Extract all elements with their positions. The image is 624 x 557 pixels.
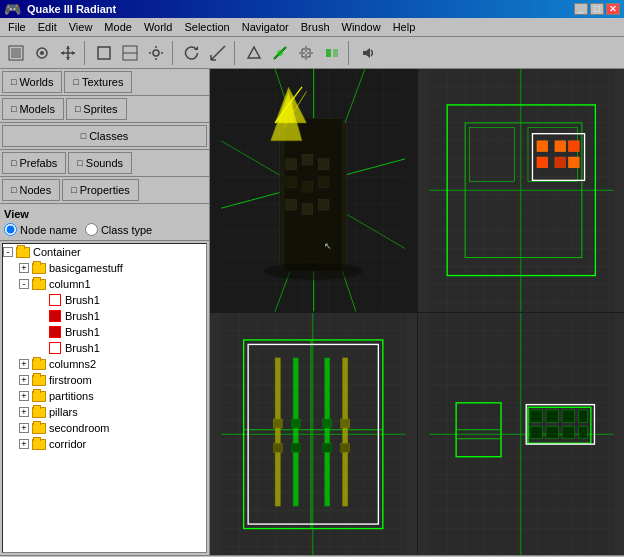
expand-partitions[interactable]: + <box>19 391 29 401</box>
folder-icon-partitions <box>31 389 47 403</box>
tree-item-brush1-3[interactable]: Brush1 <box>3 324 206 340</box>
svg-point-3 <box>40 51 44 55</box>
viewport-bottom-right[interactable] <box>418 313 625 556</box>
tree-view[interactable]: - Container + basicgamestuff - <box>2 243 207 553</box>
tool-snap[interactable] <box>294 41 318 65</box>
tab-nodes[interactable]: □ Nodes <box>2 179 60 201</box>
svg-rect-90 <box>568 141 579 152</box>
expand-basicgamestuff[interactable]: + <box>19 263 29 273</box>
close-button[interactable]: ✕ <box>606 3 620 15</box>
menu-navigator[interactable]: Navigator <box>236 19 295 35</box>
app-title: Quake III Radiant <box>27 3 116 15</box>
tab-row-1: □ Worlds □ Textures <box>0 69 209 96</box>
menu-help[interactable]: Help <box>387 19 422 35</box>
tree-item-corridor[interactable]: + corridor <box>3 436 206 452</box>
tab-classes[interactable]: □ Classes <box>2 125 207 147</box>
tool-vertex[interactable] <box>242 41 266 65</box>
menu-world[interactable]: World <box>138 19 179 35</box>
tree-item-columns2[interactable]: + columns2 <box>3 356 206 372</box>
tree-item-firstroom[interactable]: + firstroom <box>3 372 206 388</box>
minimize-button[interactable]: _ <box>574 3 588 15</box>
svg-rect-47 <box>286 159 297 170</box>
menu-file[interactable]: File <box>2 19 32 35</box>
tool-select[interactable] <box>4 41 28 65</box>
tool-scale[interactable] <box>206 41 230 65</box>
viewport-top-right[interactable] <box>418 69 625 312</box>
svg-rect-128 <box>273 418 282 427</box>
viewport-3d[interactable]: ↖ <box>210 69 417 312</box>
svg-rect-168 <box>578 410 587 423</box>
view-section: View Node name Class type <box>0 204 209 241</box>
svg-rect-130 <box>323 418 332 427</box>
tab-worlds[interactable]: □ Worlds <box>2 71 62 93</box>
tool-patch[interactable] <box>118 41 142 65</box>
properties-icon: □ <box>71 185 76 195</box>
svg-rect-165 <box>529 410 542 423</box>
tool-camera[interactable] <box>30 41 54 65</box>
main-container: □ Worlds □ Textures □ Models □ Sprites □ <box>0 69 624 555</box>
svg-point-11 <box>153 50 159 56</box>
view-label: View <box>4 208 205 220</box>
expand-column1[interactable]: - <box>19 279 29 289</box>
menu-edit[interactable]: Edit <box>32 19 63 35</box>
menu-window[interactable]: Window <box>336 19 387 35</box>
svg-rect-53 <box>286 199 297 210</box>
svg-rect-88 <box>536 141 547 152</box>
expand-secondroom[interactable]: + <box>19 423 29 433</box>
tree-item-brush1-1[interactable]: Brush1 <box>3 292 206 308</box>
expand-pillars[interactable]: + <box>19 407 29 417</box>
svg-rect-54 <box>302 204 313 215</box>
tree-item-basicgamestuff[interactable]: + basicgamestuff <box>3 260 206 276</box>
menu-mode[interactable]: Mode <box>98 19 138 35</box>
tool-settings[interactable] <box>144 41 168 65</box>
menu-bar: File Edit View Mode World Selection Navi… <box>0 18 624 37</box>
title-bar: 🎮 Quake III Radiant _ □ ✕ <box>0 0 624 18</box>
svg-rect-170 <box>545 426 558 439</box>
svg-marker-6 <box>61 51 64 55</box>
svg-rect-134 <box>323 443 332 452</box>
tree-item-secondroom[interactable]: + secondroom <box>3 420 206 436</box>
menu-selection[interactable]: Selection <box>178 19 235 35</box>
tool-move[interactable] <box>56 41 80 65</box>
radio-class-type[interactable]: Class type <box>85 223 152 236</box>
tree-item-container[interactable]: - Container <box>3 244 206 260</box>
folder-icon-secondroom <box>31 421 47 435</box>
radio-node-name[interactable]: Node name <box>4 223 77 236</box>
menu-brush[interactable]: Brush <box>295 19 336 35</box>
svg-rect-52 <box>318 177 329 188</box>
tab-sprites[interactable]: □ Sprites <box>66 98 127 120</box>
viewport-bottom-left[interactable] <box>210 313 417 556</box>
svg-rect-169 <box>529 426 542 439</box>
tab-textures[interactable]: □ Textures <box>64 71 132 93</box>
tab-models[interactable]: □ Models <box>2 98 64 120</box>
tree-item-column1[interactable]: - column1 <box>3 276 206 292</box>
tab-sounds[interactable]: □ Sounds <box>68 152 132 174</box>
tool-brush[interactable] <box>92 41 116 65</box>
tree-item-brush1-4[interactable]: Brush1 <box>3 340 206 356</box>
maximize-button[interactable]: □ <box>590 3 604 15</box>
tool-split[interactable] <box>320 41 344 65</box>
folder-icon-firstroom <box>31 373 47 387</box>
svg-rect-172 <box>578 426 587 439</box>
svg-rect-8 <box>98 47 110 59</box>
tab-prefabs[interactable]: □ Prefabs <box>2 152 66 174</box>
tool-clip[interactable] <box>268 41 292 65</box>
tree-item-partitions[interactable]: + partitions <box>3 388 206 404</box>
prefabs-icon: □ <box>11 158 16 168</box>
expand-firstroom[interactable]: + <box>19 375 29 385</box>
svg-rect-51 <box>302 181 313 192</box>
tool-sound[interactable] <box>356 41 380 65</box>
svg-rect-1 <box>11 48 21 58</box>
expand-corridor[interactable]: + <box>19 439 29 449</box>
radio-class-type-input[interactable] <box>85 223 98 236</box>
folder-icon-corridor <box>31 437 47 451</box>
tree-item-pillars[interactable]: + pillars <box>3 404 206 420</box>
tree-item-brush1-2[interactable]: Brush1 <box>3 308 206 324</box>
expand-columns2[interactable]: + <box>19 359 29 369</box>
menu-view[interactable]: View <box>63 19 99 35</box>
svg-rect-18 <box>326 49 331 57</box>
radio-node-name-input[interactable] <box>4 223 17 236</box>
tool-rotate[interactable] <box>180 41 204 65</box>
tab-properties[interactable]: □ Properties <box>62 179 139 201</box>
expand-container[interactable]: - <box>3 247 13 257</box>
